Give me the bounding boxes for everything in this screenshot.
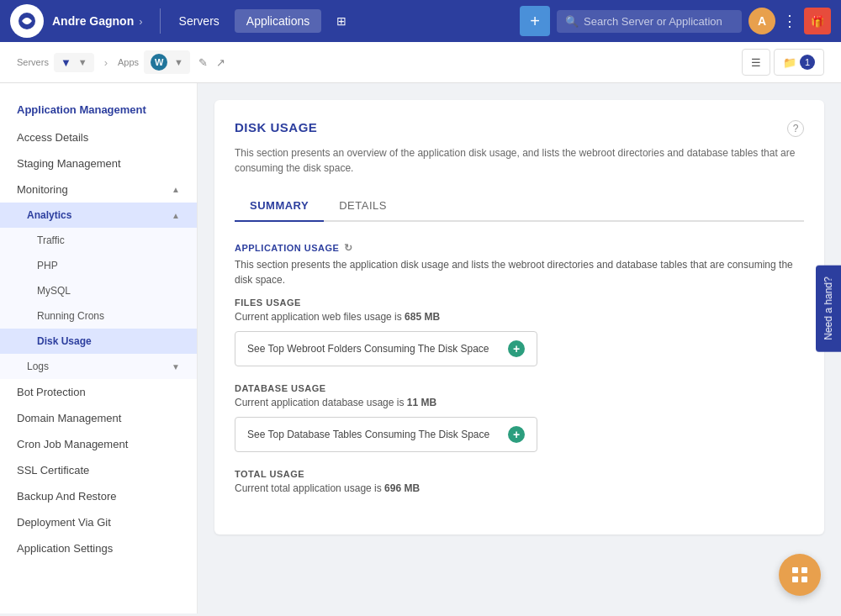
files-badge: 1 bbox=[800, 55, 815, 70]
logs-chevron-icon: ▼ bbox=[172, 362, 180, 371]
application-settings-label: Application Settings bbox=[17, 542, 113, 555]
monitoring-label: Monitoring bbox=[17, 183, 68, 196]
files-button[interactable]: 📁 1 bbox=[774, 49, 824, 76]
analytics-chevron-icon: ▲ bbox=[172, 211, 180, 220]
content-tabs: SUMMARY DETAILS bbox=[235, 191, 804, 222]
sidebar-item-deployment-via-git[interactable]: Deployment Via Git bbox=[0, 509, 197, 535]
domain-management-label: Domain Management bbox=[17, 412, 121, 424]
list-view-button[interactable]: ☰ bbox=[742, 49, 770, 76]
traffic-label: Traffic bbox=[37, 234, 65, 246]
app-link-icon[interactable]: ↗ bbox=[216, 56, 225, 69]
cron-job-management-label: Cron Job Management bbox=[17, 438, 128, 450]
nav-grid[interactable]: ⊞ bbox=[325, 9, 358, 33]
apps-label: Apps bbox=[118, 57, 139, 67]
main-content: DISK USAGE ? This section presents an ov… bbox=[198, 83, 841, 613]
webroot-folders-label: See Top Webroot Folders Consuming The Di… bbox=[247, 343, 489, 355]
sidebar-item-logs[interactable]: Logs ▼ bbox=[0, 354, 197, 379]
nav-servers[interactable]: Servers bbox=[167, 9, 231, 33]
disk-usage-label: Disk Usage bbox=[37, 335, 92, 347]
sidebar-item-backup-and-restore[interactable]: Backup And Restore bbox=[0, 483, 197, 509]
ssl-certificate-label: SSL Certificate bbox=[17, 464, 89, 476]
sidebar-item-ssl-certificate[interactable]: SSL Certificate bbox=[0, 457, 197, 483]
deployment-via-git-label: Deployment Via Git bbox=[17, 516, 111, 529]
sidebar-item-mysql[interactable]: MySQL bbox=[0, 278, 197, 303]
need-a-hand-panel[interactable]: Need a hand? bbox=[816, 265, 841, 351]
database-usage-title: DATABASE USAGE bbox=[235, 383, 804, 393]
breadcrumb-bar: Servers ▼ ▼ › Apps W ▼ ✎ ↗ ☰ 📁 1 bbox=[0, 42, 841, 83]
wordpress-icon: W bbox=[151, 54, 167, 71]
add-button[interactable]: + bbox=[520, 6, 550, 36]
help-icon[interactable]: ? bbox=[787, 120, 804, 137]
server-icon: ▼ bbox=[61, 56, 71, 69]
main-nav: Servers Applications ⊞ bbox=[167, 9, 359, 33]
access-details-label: Access Details bbox=[17, 131, 88, 144]
database-tables-button[interactable]: See Top Database Tables Consuming The Di… bbox=[235, 417, 537, 452]
database-usage-desc: Current application database usage is 11… bbox=[235, 397, 804, 408]
sidebar-item-bot-protection[interactable]: Bot Protection bbox=[0, 379, 197, 405]
sidebar-item-php[interactable]: PHP bbox=[0, 253, 197, 278]
gift-icon[interactable]: 🎁 bbox=[804, 8, 831, 34]
servers-label: Servers bbox=[17, 57, 49, 67]
sidebar-item-access-details[interactable]: Access Details bbox=[0, 124, 197, 150]
svg-rect-4 bbox=[801, 577, 807, 582]
sidebar-item-traffic[interactable]: Traffic bbox=[0, 228, 197, 253]
tab-details[interactable]: DETAILS bbox=[324, 191, 402, 222]
analytics-label: Analytics bbox=[27, 209, 71, 221]
disk-usage-title: DISK USAGE bbox=[235, 120, 317, 134]
search-icon: 🔍 bbox=[565, 15, 579, 28]
search-bar[interactable]: 🔍 bbox=[557, 10, 742, 33]
more-menu[interactable]: ⋮ bbox=[782, 12, 797, 30]
mysql-label: MySQL bbox=[37, 285, 71, 297]
app-edit-icon[interactable]: ✎ bbox=[198, 56, 208, 69]
files-usage-subsection: FILES USAGE Current application web file… bbox=[235, 297, 804, 366]
backup-and-restore-label: Backup And Restore bbox=[17, 490, 117, 503]
sidebar-item-domain-management[interactable]: Domain Management bbox=[0, 405, 197, 431]
bot-protection-label: Bot Protection bbox=[17, 386, 86, 398]
user-name[interactable]: Andre Gagnon bbox=[52, 14, 134, 28]
database-tables-label: See Top Database Tables Consuming The Di… bbox=[247, 429, 489, 440]
db-expand-icon: + bbox=[508, 426, 525, 443]
svg-rect-2 bbox=[801, 567, 807, 573]
app-usage-description: This section presents the application di… bbox=[235, 257, 804, 287]
sidebar-item-disk-usage[interactable]: Disk Usage bbox=[0, 329, 197, 354]
files-usage-desc: Current application web files usage is 6… bbox=[235, 311, 804, 323]
tab-summary[interactable]: SUMMARY bbox=[235, 191, 324, 222]
monitoring-submenu: Analytics ▲ Traffic PHP MySQL Running Cr… bbox=[0, 203, 197, 379]
running-crons-label: Running Crons bbox=[37, 310, 104, 322]
webroot-folders-button[interactable]: See Top Webroot Folders Consuming The Di… bbox=[235, 331, 537, 366]
sidebar-item-monitoring[interactable]: Monitoring ▲ bbox=[0, 176, 197, 203]
list-icon: ☰ bbox=[751, 56, 761, 69]
servers-breadcrumb: Servers ▼ ▼ bbox=[17, 53, 94, 72]
search-input[interactable] bbox=[584, 15, 733, 28]
nav-applications[interactable]: Applications bbox=[235, 9, 322, 33]
sidebar-item-staging-management[interactable]: Staging Management bbox=[0, 150, 197, 176]
apps-breadcrumb: Apps W ▼ ✎ ↗ bbox=[118, 50, 225, 74]
disk-usage-header: DISK USAGE ? bbox=[235, 120, 804, 137]
sidebar-item-running-crons[interactable]: Running Crons bbox=[0, 303, 197, 329]
sidebar-item-analytics[interactable]: Analytics ▲ bbox=[0, 203, 197, 228]
app-usage-title: APPLICATION USAGE ↻ bbox=[235, 242, 804, 254]
avatar[interactable]: A bbox=[748, 8, 775, 34]
total-usage-desc: Current total application usage is 696 M… bbox=[235, 482, 804, 494]
svg-rect-3 bbox=[792, 577, 798, 582]
refresh-icon[interactable]: ↻ bbox=[344, 242, 353, 254]
user-chevron: › bbox=[139, 15, 142, 28]
sidebar-item-cron-job-management[interactable]: Cron Job Management bbox=[0, 431, 197, 457]
php-label: PHP bbox=[37, 260, 58, 271]
server-selector[interactable]: ▼ ▼ bbox=[54, 53, 94, 72]
floating-grid-button[interactable] bbox=[779, 554, 821, 596]
svg-rect-1 bbox=[792, 567, 798, 573]
app-dropdown-icon: ▼ bbox=[174, 57, 183, 67]
disk-usage-description: This section presents an overview of the… bbox=[235, 145, 804, 176]
app-selector[interactable]: W ▼ bbox=[144, 50, 190, 74]
logo[interactable] bbox=[10, 4, 44, 38]
folder-icon: 📁 bbox=[783, 56, 796, 69]
app-usage-section: APPLICATION USAGE ↻ This section present… bbox=[235, 242, 804, 494]
sidebar-item-application-settings[interactable]: Application Settings bbox=[0, 535, 197, 561]
nav-divider bbox=[160, 8, 161, 34]
files-usage-title: FILES USAGE bbox=[235, 297, 804, 308]
server-dropdown-icon: ▼ bbox=[78, 57, 87, 67]
logs-label: Logs bbox=[27, 361, 49, 372]
sidebar-section-title: Application Management bbox=[0, 97, 197, 124]
monitoring-chevron-icon: ▲ bbox=[172, 185, 180, 194]
